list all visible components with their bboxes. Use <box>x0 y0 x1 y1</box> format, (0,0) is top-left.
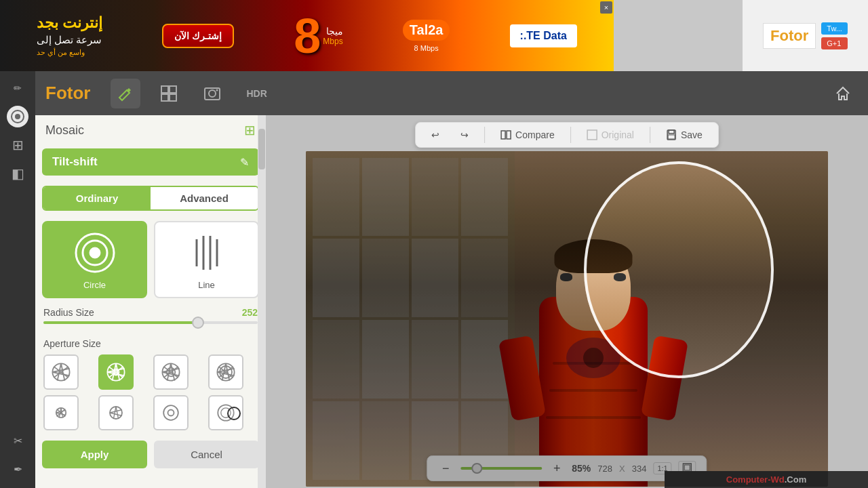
tilt-shift-icon: ✎ <box>240 156 249 169</box>
zoom-percent: 85% <box>572 463 591 474</box>
shape-circle-option[interactable]: Circle <box>42 221 147 298</box>
twitter-btn[interactable]: Tw... <box>821 22 848 35</box>
left-icon-1[interactable]: ✏ <box>4 75 31 102</box>
aperture-btn-1[interactable] <box>43 354 79 390</box>
toolbar-home-button[interactable] <box>828 79 858 108</box>
zoom-x: 728 <box>597 464 612 474</box>
redo-button[interactable]: ↪ <box>455 127 474 143</box>
aperture-btn-8[interactable] <box>208 395 243 430</box>
tab-ordinary[interactable]: Ordinary <box>43 187 151 209</box>
left-icon-adjust[interactable]: ◧ <box>4 160 31 187</box>
toolbar-separator-2 <box>570 127 571 143</box>
coord-separator: X <box>619 464 625 474</box>
svg-rect-70 <box>685 465 690 470</box>
radius-label: Radius Size <box>43 307 94 318</box>
mode-tabs: Ordinary Advanced <box>42 186 259 211</box>
left-icon-layers[interactable]: ⊞ <box>4 131 31 159</box>
undo-icon: ↩ <box>431 129 439 140</box>
photo-container <box>306 151 828 487</box>
svg-point-1 <box>15 114 20 119</box>
tab-advanced[interactable]: Advanced <box>151 187 258 209</box>
svg-rect-5 <box>170 94 176 101</box>
toolbar-photo-button[interactable] <box>197 79 227 108</box>
google-btn[interactable]: G+1 <box>821 37 848 49</box>
scroll-bar[interactable] <box>258 115 266 488</box>
action-buttons: Apply Cancel <box>42 441 259 468</box>
ad-tal2a: Tal2a <box>403 20 450 41</box>
top-toolbar: Fotor HDR <box>35 71 868 115</box>
svg-rect-2 <box>161 86 168 93</box>
ad-text-sub: سرعة تصل إلى <box>37 34 102 46</box>
svg-point-61 <box>218 405 233 420</box>
zoom-out-button[interactable]: − <box>437 460 454 476</box>
toolbar-collage-button[interactable] <box>154 79 184 108</box>
ad-close-button[interactable]: × <box>600 1 612 14</box>
ad-text-main: إنترنت بجد <box>37 14 102 32</box>
zoom-slider[interactable] <box>460 467 542 470</box>
svg-point-62 <box>221 408 231 418</box>
scroll-thumb[interactable] <box>258 129 265 169</box>
left-icon-circle[interactable] <box>7 106 28 127</box>
aperture-btn-3[interactable] <box>153 354 189 390</box>
svg-point-60 <box>168 410 174 416</box>
ad-subscribe-button[interactable]: إشتـرك الآن <box>162 24 234 48</box>
aperture-btn-5[interactable] <box>43 395 79 430</box>
zoom-thumb[interactable] <box>471 463 482 474</box>
panel-title: Mosaic <box>45 123 84 138</box>
top-right-corner: Fotor Tw... G+1 <box>743 0 868 71</box>
panel-header: Mosaic ⊞ <box>35 115 266 145</box>
redo-icon: ↪ <box>460 129 469 140</box>
svg-rect-64 <box>507 131 511 139</box>
compare-button[interactable]: Compare <box>495 127 560 143</box>
line-label: Line <box>198 280 215 290</box>
aperture-btn-2[interactable] <box>98 354 134 390</box>
svg-line-55 <box>113 407 116 419</box>
left-panel: Mosaic ⊞ Tilt-shift ✎ Ordinary Advanced … <box>35 115 266 488</box>
ad-te-data-logo: :.TE Data <box>510 24 577 47</box>
original-button[interactable]: Original <box>581 127 639 143</box>
aperture-label: Aperture Size <box>43 338 258 349</box>
ad-unit2: Mbps <box>323 37 342 46</box>
svg-rect-3 <box>170 86 176 93</box>
svg-rect-63 <box>501 131 505 139</box>
canvas-area: ↩ ↪ Compare Original S <box>266 115 868 488</box>
apply-button[interactable]: Apply <box>42 441 147 468</box>
ad-speed-label: 8 Mbps <box>414 44 439 52</box>
aperture-btn-6[interactable] <box>98 395 134 430</box>
radius-slider-track[interactable] <box>43 321 258 324</box>
svg-rect-65 <box>587 130 597 140</box>
svg-line-57 <box>110 410 122 413</box>
undo-button[interactable]: ↩ <box>426 127 445 143</box>
fotor-logo: Fotor <box>763 23 816 49</box>
svg-point-8 <box>216 89 218 91</box>
svg-rect-4 <box>161 94 168 101</box>
cancel-button[interactable]: Cancel <box>154 441 259 468</box>
watermark-text: Computer-Wd.Com <box>726 474 806 485</box>
toolbar-edit-button[interactable] <box>111 79 140 108</box>
aperture-btn-4[interactable] <box>208 354 243 390</box>
zoom-in-button[interactable]: + <box>549 460 565 476</box>
shape-line-option[interactable]: Line <box>154 221 259 298</box>
tilt-shift-header[interactable]: Tilt-shift ✎ <box>42 148 259 176</box>
save-button[interactable]: Save <box>660 127 708 143</box>
left-icon-scissors[interactable]: ✂ <box>4 427 31 454</box>
svg-point-11 <box>90 247 100 258</box>
aperture-grid <box>43 354 258 430</box>
brand-name: Fotor <box>45 83 90 104</box>
aperture-section: Aperture Size <box>35 335 266 434</box>
circle-label: Circle <box>83 280 106 290</box>
original-icon <box>587 129 597 140</box>
zoom-y: 334 <box>632 464 647 474</box>
ad-number: 8 <box>294 12 321 60</box>
aperture-btn-7[interactable] <box>153 395 189 430</box>
compare-label: Compare <box>515 129 555 140</box>
left-icon-pen[interactable]: ✒ <box>4 455 31 483</box>
save-label: Save <box>681 129 703 140</box>
ad-unit: ميجا <box>323 26 342 37</box>
canvas-top-bar: ↩ ↪ Compare Original S <box>415 122 719 148</box>
toolbar-separator-3 <box>650 127 650 143</box>
watermark: Computer-Wd.Com <box>665 471 868 488</box>
svg-point-7 <box>209 90 216 97</box>
toolbar-hdr-button[interactable]: HDR <box>241 79 272 108</box>
main-layout: Mosaic ⊞ Tilt-shift ✎ Ordinary Advanced … <box>35 115 868 488</box>
